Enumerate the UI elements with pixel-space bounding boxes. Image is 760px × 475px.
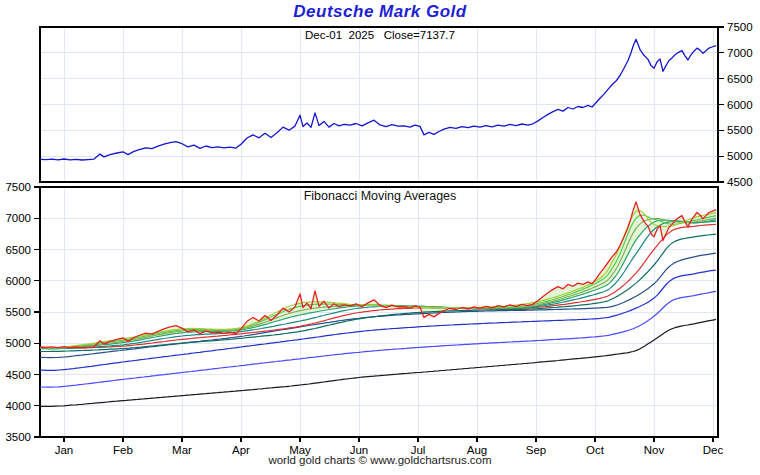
y-axis-label-left: 7500 (5, 181, 31, 193)
y-axis-label-left: 4500 (5, 369, 31, 381)
x-axis-label: Oct (586, 444, 605, 456)
x-axis-label: May (289, 444, 311, 456)
x-axis-label: Aug (467, 444, 487, 456)
x-axis-label: Jun (350, 444, 369, 456)
y-axis-label-right: 5000 (727, 150, 753, 162)
ma-band (40, 202, 716, 349)
y-axis-label-right: 7000 (727, 47, 753, 59)
y-axis-label-right: 7500 (727, 21, 753, 33)
x-axis-label: Jul (411, 444, 426, 456)
ma-line-MA-13 (40, 218, 716, 348)
chart-page: 7500700065006000550050004500750070006500… (0, 0, 760, 475)
y-axis-label-left: 4000 (5, 400, 31, 412)
ma-line-MA-5 (40, 210, 716, 347)
y-axis-label-left: 6000 (5, 275, 31, 287)
ma-line-MA-610 (40, 319, 716, 406)
y-axis-label-right: 5500 (727, 124, 753, 136)
y-axis-label-right: 4500 (727, 176, 753, 188)
x-axis-label: Mar (172, 444, 192, 456)
chart-svg: 7500700065006000550050004500750070006500… (0, 0, 760, 475)
y-axis-label-right: 6000 (727, 99, 753, 111)
ma-line-MA-8 (40, 215, 716, 348)
price-line-top (40, 39, 716, 160)
ma-line-MA-233 (40, 270, 716, 370)
x-axis-label: Sep (526, 444, 546, 456)
x-axis-label: Dec (703, 444, 724, 456)
y-axis-label-right: 6500 (727, 73, 753, 85)
y-axis-label-left: 6500 (5, 244, 31, 256)
x-axis-label: Nov (644, 444, 665, 456)
x-axis-label: Feb (113, 444, 133, 456)
y-axis-label-left: 5000 (5, 337, 31, 349)
y-axis-label-left: 3500 (5, 431, 31, 443)
x-axis-label: Jan (55, 444, 74, 456)
x-axis-label: Apr (232, 444, 250, 456)
y-axis-label-left: 7000 (5, 212, 31, 224)
y-axis-label-left: 5500 (5, 306, 31, 318)
